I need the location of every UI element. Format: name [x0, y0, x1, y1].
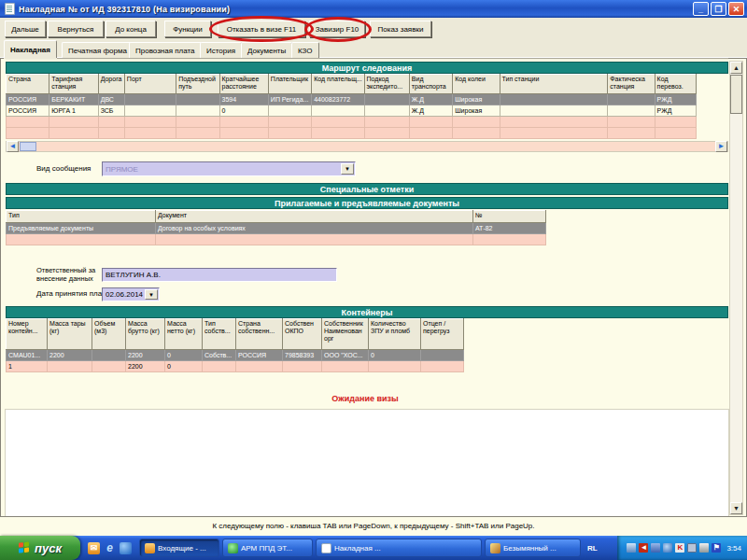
cont-col-seals-count[interactable]: Количество ЗПУ и пломб — [369, 319, 421, 350]
scroll-up-icon[interactable]: ▲ — [730, 62, 742, 74]
table-cell[interactable]: 79858393 — [283, 350, 322, 361]
table-cell[interactable] — [421, 361, 464, 372]
table-cell[interactable]: 4400823772 — [312, 94, 364, 105]
show-request-button[interactable]: Показ заявки — [370, 21, 431, 37]
table-cell[interactable] — [176, 105, 219, 117]
table-cell[interactable] — [219, 128, 268, 139]
route-col-transport-kind[interactable]: Вид транспорта — [409, 75, 452, 94]
table-cell[interactable] — [48, 361, 92, 372]
route-col-siding[interactable]: Подъездной путь — [176, 75, 219, 94]
table-cell[interactable] — [7, 128, 49, 139]
tab-waybill[interactable]: Накладная — [4, 40, 57, 58]
table-cell[interactable]: 0 — [165, 361, 203, 372]
table-cell[interactable]: Ж.Д — [409, 105, 452, 117]
table-cell[interactable]: 2200 — [126, 361, 165, 372]
table-cell[interactable]: 0 — [165, 350, 203, 361]
table-cell[interactable] — [7, 117, 49, 128]
globe-icon[interactable] — [120, 542, 132, 554]
image-tray-icon[interactable] — [627, 543, 636, 553]
cont-col-owner-org[interactable]: Собственник Наименован орг — [322, 319, 369, 350]
table-cell[interactable]: РЖД — [655, 105, 696, 117]
table-cell[interactable] — [124, 128, 176, 139]
task-untitled[interactable]: Безымянный ... — [485, 539, 581, 557]
table-cell[interactable] — [49, 128, 98, 139]
table-cell[interactable] — [98, 128, 124, 139]
table-row[interactable] — [7, 234, 546, 245]
vertical-scrollbar[interactable]: ▲ ▼ — [729, 61, 743, 515]
table-cell[interactable]: CMAU01... — [7, 350, 48, 361]
table-cell[interactable] — [500, 105, 608, 117]
table-row[interactable]: Предъявляемые документыДоговор на особых… — [7, 223, 546, 234]
scroll-down-icon[interactable]: ▼ — [730, 502, 742, 514]
table-cell[interactable]: Собств... — [203, 350, 236, 361]
table-cell[interactable]: 0 — [219, 105, 268, 117]
table-cell[interactable] — [409, 128, 452, 139]
scrollbar-thumb[interactable] — [20, 142, 36, 151]
table-row[interactable] — [7, 128, 697, 139]
table-row[interactable]: 122000 — [7, 361, 464, 372]
tab-kzo[interactable]: КЗО — [291, 42, 319, 58]
table-cell[interactable] — [7, 234, 156, 245]
minimize-button[interactable]: _ — [693, 2, 709, 16]
table-cell[interactable] — [49, 117, 98, 128]
antivirus-icon[interactable]: K — [675, 543, 684, 553]
table-cell[interactable]: ЮРГА 1 — [49, 105, 98, 117]
table-cell[interactable]: РОССИЯ — [7, 94, 49, 105]
cont-col-detach[interactable]: Отцеп / перегруз — [421, 319, 464, 350]
flag-tray-icon[interactable]: ⚑ — [712, 543, 721, 553]
table-cell[interactable] — [608, 128, 655, 139]
scroll-right-icon[interactable]: ► — [715, 141, 727, 152]
table-cell[interactable] — [421, 350, 464, 361]
plan-date-combo[interactable]: 02.06.2014 ▼ — [102, 287, 160, 301]
table-cell[interactable] — [176, 94, 219, 105]
table-cell[interactable]: Широкая — [453, 94, 500, 105]
table-row[interactable]: РОССИЯЮРГА 1ЗСБ0Ж.ДШирокаяРЖД — [7, 105, 697, 117]
table-cell[interactable] — [124, 105, 176, 117]
table-cell[interactable] — [500, 128, 608, 139]
cont-col-owner-type[interactable]: Тип собств... — [203, 319, 236, 350]
table-cell[interactable] — [124, 117, 176, 128]
doc-col-type[interactable]: Тип — [7, 211, 156, 223]
table-cell[interactable] — [219, 117, 268, 128]
table-cell[interactable]: ИП Регида... — [268, 94, 311, 105]
browser-icon[interactable]: e — [104, 542, 116, 554]
table-cell[interactable] — [655, 117, 696, 128]
table-cell[interactable] — [312, 128, 364, 139]
table-cell[interactable] — [453, 117, 500, 128]
tab-history[interactable]: История — [200, 42, 242, 58]
table-cell[interactable]: АТ-82 — [473, 223, 546, 234]
table-cell[interactable] — [283, 361, 322, 372]
cont-col-number[interactable]: Номер контейн... — [7, 319, 48, 350]
close-button[interactable]: ✕ — [728, 2, 744, 16]
functions-button[interactable]: Функции — [164, 21, 211, 37]
table-cell[interactable] — [655, 128, 696, 139]
table-cell[interactable] — [608, 105, 655, 117]
table-cell[interactable] — [268, 105, 311, 117]
table-cell[interactable] — [608, 94, 655, 105]
task-arm-ppd[interactable]: АРМ ППД ЭТ... — [222, 539, 313, 557]
start-button[interactable]: пуск — [0, 536, 80, 560]
route-col-forwarder-sub[interactable]: Подкод экспедито... — [364, 75, 409, 94]
tab-printed-form[interactable]: Печатная форма — [62, 42, 134, 58]
tab-freight-charge[interactable]: Провозная плата — [129, 42, 202, 58]
chevron-down-icon[interactable]: ▼ — [145, 289, 158, 300]
route-col-actual-station[interactable]: Фактическа станция — [608, 75, 655, 94]
approve-visa-button[interactable]: Завизир F10 — [309, 21, 365, 37]
printer-icon[interactable] — [699, 543, 709, 553]
table-cell[interactable]: 1 — [7, 361, 48, 372]
route-col-country[interactable]: Страна — [7, 75, 49, 94]
route-col-payer[interactable]: Плательщик — [268, 75, 311, 94]
table-cell[interactable]: РОССИЯ — [236, 350, 283, 361]
route-col-road[interactable]: Дорога — [98, 75, 124, 94]
table-cell[interactable]: ДВС — [98, 94, 124, 105]
route-col-tariff-station[interactable]: Тарифная станция — [49, 75, 98, 94]
table-cell[interactable] — [500, 117, 608, 128]
table-cell[interactable] — [453, 128, 500, 139]
table-cell[interactable]: БЕРКАКИТ — [49, 94, 98, 105]
table-cell[interactable]: 2200 — [126, 350, 165, 361]
route-col-payer-code[interactable]: Код плательщ... — [312, 75, 364, 94]
cont-col-tare-mass[interactable]: Масса тары (кг) — [48, 319, 92, 350]
table-cell[interactable]: ООО "ХОС... — [322, 350, 369, 361]
language-indicator[interactable]: RL — [584, 539, 601, 556]
table-cell[interactable]: Широкая — [453, 105, 500, 117]
